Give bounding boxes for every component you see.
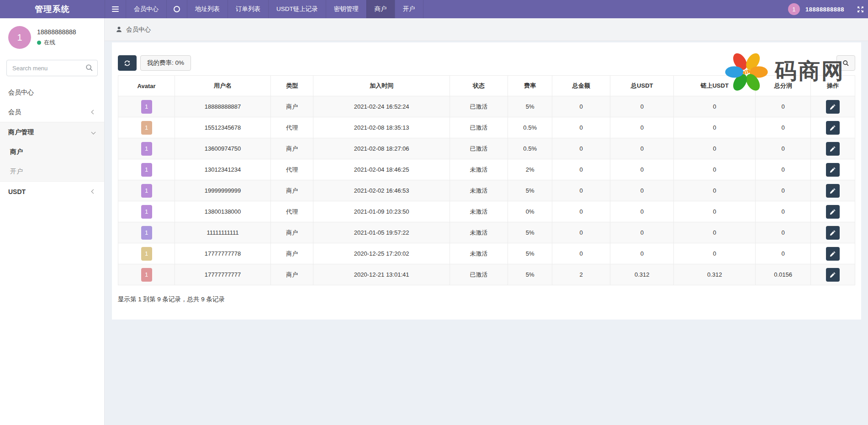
cell-rate: 0.5%: [508, 138, 552, 159]
cell-chain-usdt: 0: [674, 243, 756, 264]
cell-chain-usdt: 0.312: [674, 264, 756, 285]
pencil-icon: [830, 167, 836, 173]
edit-button[interactable]: [826, 100, 840, 114]
sidebar-item-open-account[interactable]: 开户: [0, 162, 104, 181]
edit-button[interactable]: [826, 163, 840, 177]
user-avatar[interactable]: 1: [788, 3, 800, 15]
nav-item-order-list[interactable]: 订单列表: [228, 0, 268, 18]
cell-chain-usdt: 0: [674, 117, 756, 138]
cell-username: 13012341234: [175, 159, 271, 180]
table-toolbar: 我的费率: 0%: [118, 55, 855, 71]
cell-rate: 5%: [508, 243, 552, 264]
cell-total-amount: 0: [552, 96, 610, 117]
cell-chain-usdt: 0: [674, 96, 756, 117]
edit-button[interactable]: [826, 205, 840, 219]
nav-item-open-account[interactable]: 开户: [395, 0, 423, 18]
sidebar-item-merchant-mgmt[interactable]: 商户管理: [0, 122, 104, 142]
user-phone[interactable]: 18888888888: [805, 6, 844, 13]
cell-type: 代理: [270, 159, 313, 180]
pencil-icon: [830, 272, 836, 278]
cell-chain-usdt: 0: [674, 180, 756, 201]
edit-button[interactable]: [826, 142, 840, 156]
app-brand: 管理系统: [0, 0, 105, 18]
sidebar-item-merchant[interactable]: 商户: [0, 142, 104, 162]
table-search-button[interactable]: [836, 55, 855, 71]
merchants-table: Avatar 用户名 类型 加入时间 状态 费率 总金额 总USDT 链上USD…: [118, 75, 855, 285]
refresh-button[interactable]: [118, 55, 137, 71]
sidebar-item-member-center[interactable]: 会员中心: [0, 83, 104, 102]
pencil-icon: [830, 125, 836, 131]
edit-button[interactable]: [826, 226, 840, 240]
user-icon: [116, 26, 122, 33]
cell-total-profit: 0: [756, 117, 811, 138]
col-type: 类型: [270, 76, 313, 96]
cell-rate: 5%: [508, 222, 552, 243]
search-input[interactable]: [6, 60, 98, 76]
cell-total-usdt: 0: [610, 180, 674, 201]
nav-item-member-center[interactable]: 会员中心: [126, 0, 166, 18]
chevron-down-icon: [91, 130, 96, 135]
row-avatar: 1: [141, 163, 152, 177]
cell-type: 商户: [270, 96, 313, 117]
row-avatar: 1: [141, 205, 152, 219]
sidebar-item-label: 会员: [8, 108, 21, 116]
cell-total-amount: 0: [552, 138, 610, 159]
cell-total-amount: 0: [552, 159, 610, 180]
nav-item-key-management[interactable]: 密钥管理: [326, 0, 366, 18]
row-avatar: 1: [141, 100, 152, 114]
cell-total-usdt: 0: [610, 201, 674, 222]
cell-join-time: 2021-02-08 18:27:06: [313, 138, 450, 159]
sidebar-toggle-button[interactable]: [105, 0, 126, 18]
sidebar: 1 18888888888 在线 会员中心 会员 商户管理: [0, 18, 105, 425]
cell-type: 代理: [270, 117, 313, 138]
table-row: 1 13800138000 代理 2021-01-09 10:23:50 未激活…: [118, 201, 855, 222]
sidebar-user-panel: 1 18888888888 在线: [0, 18, 104, 55]
cell-status: 未激活: [450, 222, 508, 243]
cell-total-amount: 2: [552, 264, 610, 285]
cell-type: 商户: [270, 243, 313, 264]
cell-total-amount: 0: [552, 201, 610, 222]
navbar-user-area: 1 18888888888: [788, 0, 868, 18]
cell-join-time: 2021-02-04 18:46:25: [313, 159, 450, 180]
row-avatar: 1: [141, 142, 152, 156]
cell-status: 已激活: [450, 96, 508, 117]
nav-item-merchant[interactable]: 商户: [366, 0, 395, 18]
cell-type: 代理: [270, 201, 313, 222]
nav-item-usdt-chain-records[interactable]: USDT链上记录: [268, 0, 326, 18]
cell-join-time: 2020-12-21 13:01:41: [313, 264, 450, 285]
edit-button[interactable]: [826, 121, 840, 135]
sidebar-item-label: 开户: [10, 168, 23, 176]
sidebar-user-status: 在线: [37, 39, 76, 47]
fullscreen-button[interactable]: [856, 5, 864, 13]
cell-type: 商户: [270, 180, 313, 201]
main-content: 会员中心 我的费率: 0% Avatar 用户名: [105, 18, 868, 425]
cell-type: 商户: [270, 222, 313, 243]
cell-total-usdt: 0: [610, 222, 674, 243]
sidebar-item-member[interactable]: 会员: [0, 102, 104, 122]
breadcrumb-label: 会员中心: [126, 26, 151, 34]
sidebar-item-label: 会员中心: [8, 89, 34, 97]
nav-item-address-list[interactable]: 地址列表: [187, 0, 228, 18]
col-total-profit: 总分润: [756, 76, 811, 96]
row-avatar: 1: [141, 184, 152, 198]
table-row: 1 18888888887 商户 2021-02-24 16:52:24 已激活…: [118, 96, 855, 117]
cell-username: 13600974750: [175, 138, 271, 159]
sidebar-item-usdt[interactable]: USDT: [0, 182, 104, 201]
nav-circle-button[interactable]: [166, 0, 187, 18]
sidebar-item-label: 商户: [10, 148, 23, 156]
cell-total-profit: 0: [756, 243, 811, 264]
cell-total-profit: 0: [756, 138, 811, 159]
cell-join-time: 2021-02-08 18:35:13: [313, 117, 450, 138]
edit-button[interactable]: [826, 268, 840, 282]
col-username: 用户名: [175, 76, 271, 96]
col-actions: 操作: [811, 76, 855, 96]
sidebar-user-name: 18888888888: [37, 28, 76, 36]
cell-type: 商户: [270, 138, 313, 159]
col-total-amount: 总金额: [552, 76, 610, 96]
my-rate-button[interactable]: 我的费率: 0%: [140, 55, 191, 71]
cell-rate: 0.5%: [508, 117, 552, 138]
edit-button[interactable]: [826, 247, 840, 261]
cell-status: 已激活: [450, 117, 508, 138]
edit-button[interactable]: [826, 184, 840, 198]
cell-total-usdt: 0: [610, 243, 674, 264]
